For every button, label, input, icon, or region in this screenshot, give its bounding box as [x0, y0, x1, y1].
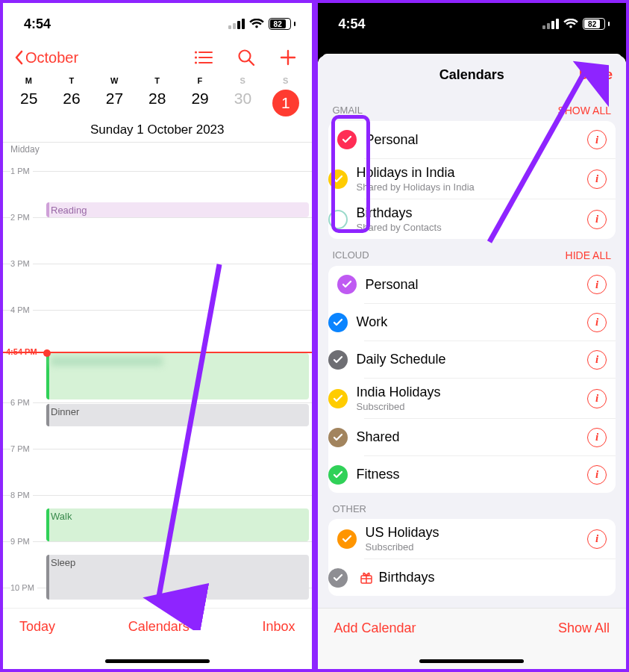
- checkmark-icon[interactable]: [328, 210, 348, 229]
- status-time: 4:54: [339, 16, 366, 32]
- nav-header: October: [3, 45, 312, 76]
- hour-label: 10 PM: [10, 583, 37, 592]
- day-col-tue[interactable]: T26: [50, 76, 93, 116]
- svg-line-7: [249, 60, 254, 65]
- calendar-day-view-screen: 4:54 82 October M25 T26 W27 T28 F29 S30 …: [0, 0, 315, 672]
- other-calendar-list: US HolidaysSubscribed i Birthdays: [328, 519, 616, 596]
- icloud-calendar-list: Personal i Work i Daily Schedule i India…: [328, 266, 616, 493]
- day-col-wed[interactable]: W27: [93, 76, 136, 116]
- calendar-row-work[interactable]: Work i: [364, 303, 616, 340]
- status-bar: 4:54 82: [318, 3, 627, 45]
- event-dinner[interactable]: Dinner: [46, 404, 309, 426]
- icloud-hide-all-button[interactable]: HIDE ALL: [566, 249, 611, 261]
- info-icon[interactable]: i: [587, 313, 607, 332]
- checkmark-icon[interactable]: [328, 428, 348, 447]
- day-col-thu[interactable]: T28: [136, 76, 178, 116]
- checkmark-icon[interactable]: [328, 350, 348, 370]
- event-current[interactable]: [46, 353, 309, 399]
- info-icon[interactable]: i: [587, 130, 607, 149]
- status-time: 4:54: [24, 16, 51, 32]
- calendar-row-holidays-india[interactable]: Holidays in IndiaShared by Holidays in I…: [364, 158, 616, 199]
- svg-point-4: [194, 56, 196, 58]
- day-timeline[interactable]: Midday 1 PM 2 PM 3 PM 4 PM 6 PM 7 PM 8 P…: [3, 143, 312, 669]
- cellular-signal-icon: [542, 19, 559, 29]
- calendar-row-birthdays-other[interactable]: Birthdays: [364, 559, 616, 596]
- sheet-header: Calendars Done: [318, 55, 627, 94]
- calendars-button[interactable]: Calendars: [128, 619, 190, 635]
- done-button[interactable]: Done: [579, 67, 613, 83]
- gmail-calendar-list: Personal i Holidays in IndiaShared by Ho…: [328, 121, 616, 239]
- status-icons: 82: [542, 18, 610, 30]
- add-event-icon[interactable]: [279, 49, 297, 66]
- info-icon[interactable]: i: [587, 529, 607, 549]
- calendars-sheet: Calendars Done GMAIL SHOW ALL Personal i…: [318, 55, 627, 669]
- checkmark-icon[interactable]: [328, 313, 348, 332]
- calendar-row-birthdays-gmail[interactable]: BirthdaysShared by Contacts i: [364, 199, 616, 239]
- info-icon[interactable]: i: [587, 465, 607, 485]
- checkmark-icon[interactable]: [337, 529, 357, 549]
- hour-label: 6 PM: [10, 398, 33, 407]
- full-date-label: Sunday 1 October 2023: [3, 122, 312, 143]
- section-header-icloud: ICLOUD HIDE ALL: [318, 239, 627, 266]
- battery-icon: 82: [583, 18, 610, 30]
- search-icon[interactable]: [237, 49, 255, 66]
- calendar-row-daily-schedule[interactable]: Daily Schedule i: [364, 340, 616, 378]
- home-indicator[interactable]: [419, 659, 524, 663]
- day-col-sat[interactable]: S30: [222, 76, 264, 116]
- sheet-title: Calendars: [439, 67, 504, 83]
- event-reading[interactable]: Reading: [46, 202, 309, 217]
- back-button[interactable]: October: [13, 49, 78, 66]
- wifi-icon: [563, 19, 578, 29]
- day-col-sun[interactable]: S1: [264, 76, 307, 116]
- day-col-fri[interactable]: F29: [178, 76, 221, 116]
- day-col-mon[interactable]: M25: [7, 76, 50, 116]
- calendar-row-shared[interactable]: Shared i: [364, 418, 616, 455]
- checkmark-icon[interactable]: [328, 169, 348, 189]
- back-label: October: [25, 49, 78, 66]
- add-calendar-button[interactable]: Add Calendar: [334, 620, 416, 636]
- svg-point-5: [194, 61, 196, 63]
- hour-label: 4 PM: [10, 305, 33, 314]
- info-icon[interactable]: i: [587, 350, 607, 370]
- hour-label: 7 PM: [10, 444, 33, 453]
- hour-label: 8 PM: [10, 491, 33, 500]
- event-walk[interactable]: Walk: [46, 508, 309, 541]
- status-icons: 82: [228, 18, 295, 30]
- event-sleep[interactable]: Sleep: [46, 555, 309, 600]
- calendar-row-fitness[interactable]: Fitness i: [364, 455, 616, 493]
- chevron-left-icon: [13, 50, 24, 65]
- hour-label: 9 PM: [10, 537, 33, 546]
- calendars-sheet-screen: 4:54 82 Calendars Done GMAIL SHOW ALL: [315, 0, 630, 672]
- info-icon[interactable]: i: [587, 275, 607, 294]
- info-icon[interactable]: i: [587, 169, 607, 189]
- current-time-indicator: 4:54 PM: [3, 352, 312, 353]
- checkmark-icon[interactable]: [328, 568, 348, 588]
- cellular-signal-icon: [228, 19, 245, 29]
- wifi-icon: [249, 19, 264, 29]
- checkmark-icon[interactable]: [337, 275, 357, 294]
- home-indicator[interactable]: [105, 659, 210, 663]
- checkmark-icon[interactable]: [328, 465, 348, 485]
- checkmark-icon[interactable]: [328, 389, 348, 408]
- inbox-button[interactable]: Inbox: [262, 619, 295, 635]
- checkmark-icon[interactable]: [337, 130, 357, 149]
- gmail-show-all-button[interactable]: SHOW ALL: [557, 105, 611, 116]
- info-icon[interactable]: i: [587, 428, 607, 447]
- info-icon[interactable]: i: [587, 210, 607, 229]
- info-icon[interactable]: i: [587, 389, 607, 408]
- sheet-show-all-button[interactable]: Show All: [558, 620, 610, 636]
- week-header: M25 T26 W27 T28 F29 S30 S1: [3, 76, 312, 116]
- list-view-icon[interactable]: [194, 50, 213, 65]
- today-button[interactable]: Today: [19, 619, 55, 635]
- status-bar: 4:54 82: [3, 3, 312, 45]
- battery-icon: 82: [269, 18, 295, 30]
- gift-icon: [360, 571, 373, 585]
- calendar-row-personal-icloud[interactable]: Personal i: [328, 266, 616, 303]
- calendar-row-india-holidays[interactable]: India HolidaysSubscribed i: [364, 378, 616, 418]
- hour-label: 2 PM: [10, 213, 33, 222]
- calendar-row-us-holidays[interactable]: US HolidaysSubscribed i: [328, 519, 616, 559]
- hour-label: 1 PM: [10, 167, 33, 175]
- section-header-gmail: GMAIL SHOW ALL: [318, 94, 627, 121]
- section-header-other: OTHER: [318, 493, 627, 519]
- calendar-row-personal-gmail[interactable]: Personal i: [328, 121, 616, 158]
